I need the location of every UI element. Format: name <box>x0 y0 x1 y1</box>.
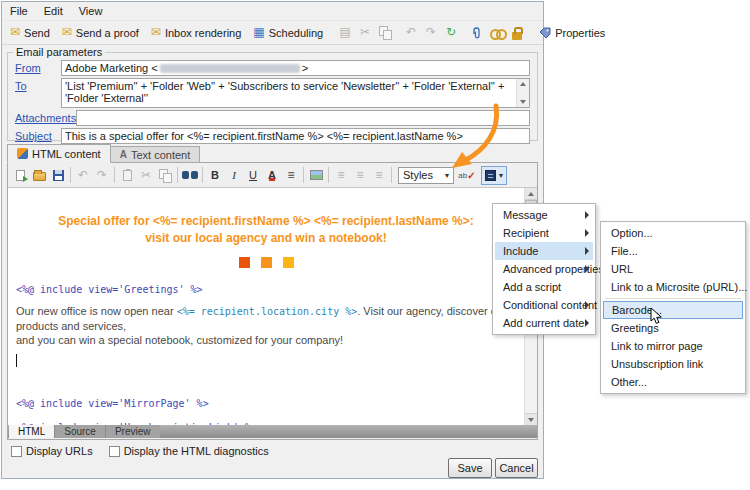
toolbar-separator <box>391 167 392 183</box>
inbox-rendering-button[interactable]: ✉ Inbox rendering <box>146 24 247 41</box>
font-color-button[interactable]: A <box>263 166 281 184</box>
submenu-item-unsubscription-link[interactable]: Unsubscription link <box>603 355 743 373</box>
menu-item-recipient[interactable]: Recipient <box>495 224 593 242</box>
scroll-up-icon[interactable] <box>520 82 526 86</box>
submenu-item-option[interactable]: Option... <box>603 224 743 242</box>
send-button[interactable]: ✉ Send <box>5 24 55 41</box>
menu-item-add-a-script[interactable]: Add a script <box>495 278 593 296</box>
align-left-icon: ≡ <box>337 169 344 182</box>
bold-icon: B <box>211 169 219 181</box>
send-proof-button[interactable]: ✉ Send a proof <box>57 24 144 41</box>
paste-button[interactable]: ▤ <box>336 24 354 42</box>
from-input[interactable]: Adobe Marketing < > <box>61 60 530 76</box>
menu-item-include[interactable]: Include <box>495 242 593 260</box>
underline-button[interactable]: U <box>244 166 262 184</box>
send-proof-icon: ✉ <box>62 26 72 39</box>
insert-content-button[interactable] <box>11 166 29 184</box>
cut-button[interactable]: ✂ <box>356 24 374 42</box>
menu-edit[interactable]: Edit <box>44 5 63 17</box>
align-center-button[interactable]: ≡ <box>351 166 369 184</box>
lock-button[interactable] <box>508 24 526 42</box>
tab-preview-view[interactable]: Preview <box>105 425 160 438</box>
link-button[interactable] <box>488 24 506 42</box>
editor-redo-button[interactable]: ↷ <box>93 166 111 184</box>
italic-button[interactable]: I <box>225 166 243 184</box>
display-diagnostics-checkbox[interactable]: Display the HTML diagnostics <box>109 445 269 457</box>
cancel-button[interactable]: Cancel <box>495 458 538 478</box>
submenu-item-url[interactable]: URL <box>603 260 743 278</box>
editor-paste-button[interactable] <box>118 166 136 184</box>
menu-item-label: Conditional content <box>503 299 597 311</box>
submenu-item-file[interactable]: File... <box>603 242 743 260</box>
menu-item-label: Option... <box>611 227 653 239</box>
attachment-button[interactable] <box>468 24 486 42</box>
undo-button[interactable]: ↶ <box>402 24 420 42</box>
from-link[interactable]: From <box>15 60 61 74</box>
save-button[interactable]: Save <box>448 458 492 478</box>
save-file-button[interactable] <box>49 166 67 184</box>
align-left-button[interactable]: ≡ <box>332 166 350 184</box>
editor-cut-button[interactable]: ✂ <box>137 166 155 184</box>
callout-arrow <box>432 100 508 178</box>
copy-icon <box>379 26 392 39</box>
submenu-item-other[interactable]: Other... <box>603 373 743 391</box>
tab-html-content-label: HTML content <box>32 148 101 160</box>
display-urls-checkbox[interactable]: Display URLs <box>11 445 93 457</box>
menu-view[interactable]: View <box>79 5 103 17</box>
decorative-square <box>239 257 250 268</box>
editor-canvas[interactable]: Special offer for <%= recipient.firstNam… <box>8 188 537 425</box>
menu-item-label: File... <box>611 245 638 257</box>
to-link[interactable]: To <box>15 78 61 92</box>
menu-file[interactable]: File <box>10 5 28 17</box>
menu-item-label: Message <box>503 209 548 221</box>
toolbar-separator <box>328 167 329 183</box>
scroll-down-button[interactable] <box>525 413 537 425</box>
attachments-link[interactable]: Attachments <box>15 110 76 124</box>
checkbox-icon[interactable] <box>109 446 120 457</box>
copy-button[interactable] <box>376 24 394 42</box>
image-icon <box>310 170 323 180</box>
find-button[interactable] <box>181 166 199 184</box>
bullet-list-button[interactable]: ≡ <box>282 166 300 184</box>
tab-text-content[interactable]: A Text content <box>111 146 201 163</box>
include-mirrorpage-code: <%@ include view='MirrorPage' %> <box>16 398 537 409</box>
submenu-arrow-icon <box>585 265 589 273</box>
checkbox-icon[interactable] <box>11 446 22 457</box>
subject-link[interactable]: Subject <box>15 128 61 142</box>
menu-item-conditional-content[interactable]: Conditional content <box>495 296 593 314</box>
submenu-arrow-icon <box>585 301 589 309</box>
tab-html-content[interactable]: HTML content <box>7 144 111 163</box>
editor-copy-button[interactable] <box>156 166 174 184</box>
scheduling-icon: ▦ <box>253 26 264 39</box>
open-button[interactable] <box>30 166 48 184</box>
submenu-item-link-to-mirror-page[interactable]: Link to mirror page <box>603 337 743 355</box>
scroll-down-icon[interactable] <box>520 100 526 104</box>
align-right-button[interactable]: ≡ <box>370 166 388 184</box>
body-text: and you can win a special notebook, cust… <box>16 334 343 346</box>
tab-html-view[interactable]: HTML <box>9 425 54 438</box>
cut-icon: ✂ <box>360 26 370 39</box>
submenu-item-microsite-purl[interactable]: Link to a Microsite (pURL)... <box>603 278 743 296</box>
insert-image-button[interactable] <box>307 166 325 184</box>
refresh-button[interactable]: ↻ <box>442 24 460 42</box>
binoculars-icon <box>182 170 198 180</box>
scroll-up-button[interactable] <box>525 188 537 200</box>
submenu-item-greetings[interactable]: Greetings <box>603 319 743 337</box>
menu-item-advanced-properties[interactable]: Advanced properties <box>495 260 593 278</box>
content-tabs: HTML content A Text content <box>7 144 200 163</box>
body-text: Our new office is now open near <box>16 305 177 317</box>
personalization-token: <%= recipient.location.city %> <box>177 306 358 317</box>
submenu-arrow-icon <box>585 229 589 237</box>
submenu-item-barcode[interactable]: Barcode... <box>603 301 743 319</box>
to-scrollbar[interactable] <box>516 79 529 107</box>
bold-button[interactable]: B <box>206 166 224 184</box>
properties-button[interactable]: Properties <box>534 25 610 41</box>
scheduling-button[interactable]: ▦ Scheduling <box>248 24 328 41</box>
editor-undo-button[interactable]: ↶ <box>74 166 92 184</box>
redo-button[interactable]: ↷ <box>422 24 440 42</box>
display-options: Display URLs Display the HTML diagnostic… <box>11 445 269 457</box>
tab-source-view[interactable]: Source <box>54 425 105 438</box>
menu-item-message[interactable]: Message <box>495 206 593 224</box>
menu-item-add-current-date[interactable]: Add current date <box>495 314 593 332</box>
submenu-arrow-icon <box>585 211 589 219</box>
